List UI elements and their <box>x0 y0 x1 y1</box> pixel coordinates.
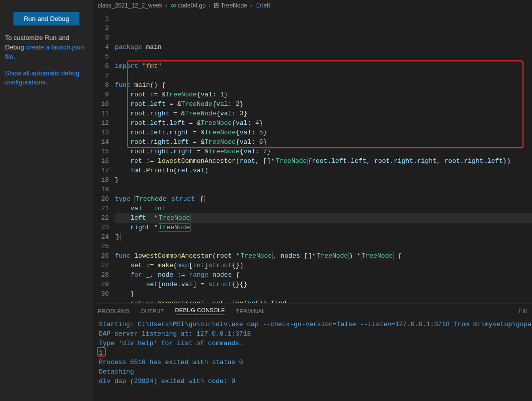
code-line[interactable]: root.right.left = &TreeNode{val: 6} <box>115 137 532 147</box>
line-number: 9 <box>93 90 109 99</box>
code-line[interactable]: root.left = &TreeNode{val: 2} <box>115 99 532 109</box>
line-number: 28 <box>93 270 109 280</box>
line-number: 17 <box>93 166 109 175</box>
bottom-panel: PROBLEMS OUTPUT DEBUG CONSOLE TERMINAL F… <box>93 303 532 401</box>
line-number: 8 <box>93 80 109 90</box>
console-line: Detaching <box>99 367 526 377</box>
code-line[interactable]: root.right.right = &TreeNode{val: 7} <box>115 147 532 156</box>
code-line[interactable] <box>115 242 532 251</box>
tab-debug-console[interactable]: DEBUG CONSOLE <box>175 307 225 315</box>
line-number: 25 <box>93 242 109 251</box>
code-line[interactable]: fmt.Println(ret.val) <box>115 166 532 175</box>
code-line[interactable]: set := make(map[int]struct{}) <box>115 261 532 270</box>
code-line[interactable]: for _, node := range nodes { <box>115 270 532 280</box>
line-number: 16 <box>93 156 109 166</box>
code-line[interactable] <box>115 71 532 80</box>
line-number: 7 <box>93 71 109 80</box>
line-number: 6 <box>93 61 109 71</box>
code-line[interactable]: right *TreeNode <box>115 223 532 232</box>
code-line[interactable]: } <box>115 175 532 185</box>
run-and-debug-button[interactable]: Run and Debug <box>13 12 79 25</box>
breadcrumb[interactable]: class_2021_12_2_week › code04.go › TreeN… <box>93 0 532 11</box>
link-suffix: . <box>45 78 47 86</box>
code-line[interactable] <box>115 185 532 194</box>
go-file-icon <box>170 2 177 9</box>
breadcrumb-item-folder[interactable]: class_2021_12_2_week <box>98 2 162 9</box>
code-line[interactable]: left *TreeNode <box>115 213 532 223</box>
console-line: Type 'dlv help' for list of commands. <box>99 339 526 348</box>
debug-console-output[interactable]: Starting: C:\Users\MSI\go\bin\dlv.exe da… <box>93 319 532 401</box>
line-number: 18 <box>93 175 109 185</box>
line-number: 22 <box>93 213 109 223</box>
svg-rect-2 <box>214 3 216 5</box>
code-line[interactable]: set[node.val] = struct{}{} <box>115 280 532 289</box>
panel-filter-input[interactable]: Filt <box>519 308 527 315</box>
code-line[interactable]: val int <box>115 204 532 213</box>
code-line[interactable] <box>115 52 532 61</box>
line-number: 30 <box>93 289 109 299</box>
svg-point-1 <box>173 4 176 7</box>
line-number: 21 <box>93 204 109 213</box>
breadcrumb-item-file[interactable]: code04.go <box>170 2 206 9</box>
chevron-right-icon: › <box>250 2 252 9</box>
console-line: Process 6516 has exited with status 0 <box>99 358 526 367</box>
line-number-gutter: 1234567891011121314151617181920212223242… <box>93 11 115 303</box>
line-number: 10 <box>93 99 109 109</box>
code-line[interactable]: func main() { <box>115 80 532 90</box>
symbol-field-icon <box>255 2 261 8</box>
tab-problems[interactable]: PROBLEMS <box>98 308 130 314</box>
customize-text: To customize Run and Debug create a laun… <box>5 33 88 62</box>
code-line[interactable]: import "fmt" <box>115 61 532 71</box>
code-line[interactable]: root.left.right = &TreeNode{val: 5} <box>115 128 532 137</box>
console-line: 1 <box>99 348 526 358</box>
line-number: 23 <box>93 223 109 232</box>
chevron-right-icon: › <box>165 2 167 9</box>
breadcrumb-item-struct[interactable]: TreeNode <box>214 2 247 9</box>
line-number: 20 <box>93 194 109 204</box>
line-number: 19 <box>93 185 109 194</box>
line-number: 14 <box>93 137 109 147</box>
line-number: 5 <box>93 52 109 61</box>
line-number: 15 <box>93 147 109 156</box>
line-number: 29 <box>93 280 109 289</box>
code-line[interactable]: } <box>115 232 532 242</box>
chevron-right-icon: › <box>209 2 211 9</box>
symbol-struct-icon <box>214 2 220 8</box>
debug-sidebar: Run and Debug To customize Run and Debug… <box>0 0 93 401</box>
line-number: 4 <box>93 42 109 52</box>
svg-point-0 <box>171 4 173 7</box>
line-number: 1 <box>93 14 109 23</box>
show-automatic-configs-link[interactable]: Show all automatic debug configurations <box>5 69 79 86</box>
code-line[interactable]: root.left.left = &TreeNode{val: 4} <box>115 118 532 128</box>
line-number: 3 <box>93 33 109 42</box>
console-line: DAP server listening at: 127.0.0.1:3718 <box>99 329 526 339</box>
line-number: 2 <box>93 23 109 33</box>
tab-terminal[interactable]: TERMINAL <box>236 308 265 314</box>
svg-rect-4 <box>214 6 219 8</box>
code-line[interactable]: func lowestCommonAncestor(root *TreeNode… <box>115 251 532 261</box>
code-line[interactable]: package main <box>115 42 532 52</box>
code-line[interactable]: return process(root, set, len(set)).find <box>115 299 532 303</box>
line-number: 27 <box>93 261 109 270</box>
code-line[interactable]: } <box>115 289 532 299</box>
code-line[interactable]: root := &TreeNode{val: 1} <box>115 90 532 99</box>
line-number: 11 <box>93 109 109 118</box>
line-number: 12 <box>93 118 109 128</box>
breadcrumb-item-field[interactable]: left <box>255 2 270 9</box>
svg-rect-3 <box>217 3 219 5</box>
console-line: dlv dap (23924) exited with code: 0 <box>99 377 526 386</box>
console-line: Starting: C:\Users\MSI\go\bin\dlv.exe da… <box>99 320 526 329</box>
line-number: 13 <box>93 128 109 137</box>
code-line[interactable]: root.right = &TreeNode{val: 3} <box>115 109 532 118</box>
line-number: 26 <box>93 251 109 261</box>
code-line[interactable]: type TreeNode struct { <box>115 194 532 204</box>
tab-output[interactable]: OUTPUT <box>141 308 164 314</box>
line-number: 24 <box>93 232 109 242</box>
editor[interactable]: 1234567891011121314151617181920212223242… <box>93 11 532 303</box>
code-area[interactable]: package main import "fmt" func main() { … <box>115 11 532 303</box>
code-line[interactable]: ret := lowestCommonAncestor(root, []*Tre… <box>115 156 532 166</box>
